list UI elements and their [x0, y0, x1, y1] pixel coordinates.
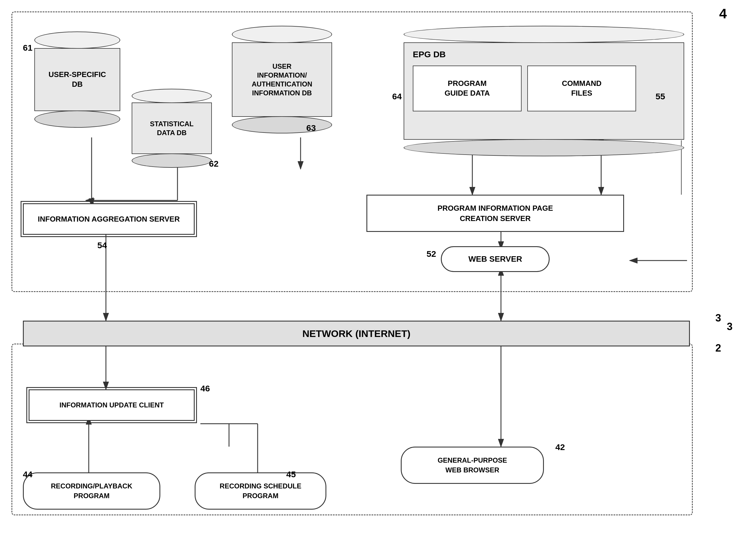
label-52: 52 — [426, 249, 436, 259]
info-aggregation-server: INFORMATION AGGREGATION SERVER — [23, 203, 195, 235]
program-guide-data-box: PROGRAM GUIDE DATA — [413, 66, 522, 111]
user-info-auth-db: USER INFORMATION/ AUTHENTICATION INFORMA… — [229, 26, 335, 134]
label-3-right: 3 — [727, 321, 733, 333]
label-64: 64 — [392, 91, 402, 101]
general-purpose-browser: GENERAL-PURPOSE WEB BROWSER — [401, 447, 544, 484]
epg-db: EPG DB PROGRAM GUIDE DATA COMMAND FILES — [401, 26, 687, 156]
command-files-box: COMMAND FILES — [527, 66, 636, 111]
label-61: 61 — [23, 43, 32, 53]
web-server: WEB SERVER — [441, 246, 550, 272]
label-62: 62 — [209, 159, 218, 169]
label-region-3: 3 — [715, 312, 721, 324]
program-info-page-server: PROGRAM INFORMATION PAGE CREATION SERVER — [366, 195, 624, 232]
label-63: 63 — [306, 123, 316, 133]
recording-playback-program: RECORDING/PLAYBACK PROGRAM — [23, 473, 160, 510]
recording-schedule-program: RECORDING SCHEDULE PROGRAM — [195, 473, 326, 510]
label-45: 45 — [286, 470, 296, 479]
label-44: 44 — [23, 470, 32, 479]
user-specific-db: USER-SPECIFIC DB — [32, 32, 123, 128]
network-bar: NETWORK (INTERNET) — [23, 321, 690, 346]
page-number: 4 — [719, 6, 727, 22]
statistical-data-db: STATISTICAL DATA DB — [129, 89, 215, 168]
label-region-2: 2 — [715, 342, 721, 354]
label-46: 46 — [200, 384, 210, 394]
info-update-client: INFORMATION UPDATE CLIENT — [29, 389, 195, 421]
label-55: 55 — [656, 91, 665, 101]
label-42: 42 — [555, 442, 565, 452]
label-54: 54 — [97, 240, 107, 250]
